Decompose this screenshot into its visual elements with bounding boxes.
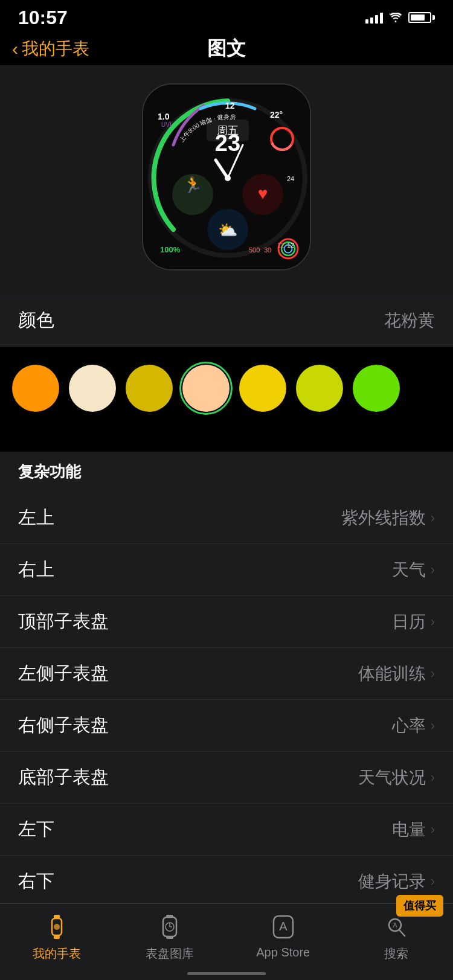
svg-text:12: 12 — [225, 101, 235, 110]
app-store-icon: A — [268, 911, 299, 943]
svg-text:22°: 22° — [270, 110, 283, 120]
list-item-top-left[interactable]: 左上 紫外线指数 › — [0, 492, 453, 544]
my-watch-icon — [41, 911, 72, 943]
svg-rect-33 — [54, 935, 60, 939]
svg-text:1.0: 1.0 — [158, 112, 170, 121]
color-label: 颜色 — [18, 308, 54, 333]
svg-point-31 — [54, 924, 60, 930]
bottom-left-label: 左下 — [18, 817, 54, 842]
tab-my-watch[interactable]: 我的手表 — [0, 911, 114, 962]
complications-header: 复杂功能 — [0, 452, 453, 492]
chevron-icon: › — [431, 822, 435, 837]
svg-rect-35 — [166, 915, 173, 918]
watch-faces-icon — [154, 911, 185, 943]
top-sub-value: 日历 › — [392, 610, 435, 633]
svg-text:30: 30 — [264, 246, 271, 254]
svg-text:⛅: ⛅ — [218, 220, 238, 240]
list-item-top-right[interactable]: 右上 天气 › — [0, 544, 453, 596]
svg-rect-36 — [166, 936, 173, 939]
chevron-icon: › — [431, 718, 435, 734]
watch-face: 周五 23 UVI 1.0 22° 上午8:00 瑜伽 · 健身房 — [142, 83, 311, 271]
bottom-right-label: 右下 — [18, 869, 54, 894]
watch-preview: 周五 23 UVI 1.0 22° 上午8:00 瑜伽 · 健身房 — [0, 65, 453, 295]
status-icons — [365, 11, 435, 24]
swatch-yellow-green[interactable] — [296, 365, 343, 412]
bottom-sub-label: 底部子表盘 — [18, 765, 109, 790]
svg-text:A: A — [279, 920, 288, 933]
chevron-icon: › — [431, 562, 435, 578]
list-item-bottom-left[interactable]: 左下 电量 › — [0, 804, 453, 856]
chevron-icon: › — [431, 770, 435, 786]
back-button[interactable]: ‹ 我的手表 — [12, 37, 89, 60]
chevron-icon: › — [431, 510, 435, 526]
svg-text:A: A — [393, 921, 398, 929]
left-sub-label: 左侧子表盘 — [18, 661, 109, 686]
svg-text:12: 12 — [277, 242, 284, 249]
swatch-bright-yellow[interactable] — [239, 365, 286, 412]
back-label: 我的手表 — [22, 37, 89, 60]
list-item-bottom-sub[interactable]: 底部子表盘 天气状况 › — [0, 752, 453, 804]
wifi-icon — [389, 13, 402, 22]
left-sub-value: 体能训练 › — [358, 662, 435, 685]
svg-rect-32 — [54, 915, 60, 918]
swatch-lime[interactable] — [353, 365, 400, 412]
bottom-right-value: 健身记录 › — [358, 870, 435, 893]
svg-point-19 — [225, 175, 231, 181]
complications-label: 复杂功能 — [18, 463, 81, 481]
swatch-cream[interactable] — [69, 365, 116, 412]
tab-app-store[interactable]: A App Store — [226, 911, 340, 962]
chevron-icon: › — [431, 614, 435, 630]
tab-my-watch-label: 我的手表 — [33, 946, 81, 962]
tab-search[interactable]: A 搜索 — [340, 911, 454, 962]
tab-search-label: 搜索 — [384, 946, 408, 962]
svg-line-43 — [399, 930, 405, 936]
tab-watch-faces-label: 表盘图库 — [146, 946, 194, 962]
top-sub-label: 顶部子表盘 — [18, 609, 109, 634]
swatch-yellow[interactable] — [126, 365, 173, 412]
list-item-right-sub[interactable]: 右侧子表盘 心率 › — [0, 700, 453, 752]
home-indicator — [187, 972, 266, 975]
color-value: 花粉黄 — [384, 309, 435, 332]
svg-text:100%: 100% — [160, 245, 181, 254]
list-item-bottom-right[interactable]: 右下 健身记录 › — [0, 856, 453, 908]
tab-app-store-label: App Store — [256, 946, 310, 959]
right-sub-value: 心率 › — [392, 714, 435, 737]
svg-text:23: 23 — [215, 130, 240, 156]
status-time: 10:57 — [18, 7, 68, 29]
top-left-label: 左上 — [18, 505, 54, 530]
svg-text:12: 12 — [287, 242, 294, 249]
svg-text:🏃: 🏃 — [183, 175, 203, 194]
list-item-left-sub[interactable]: 左侧子表盘 体能训练 › — [0, 648, 453, 700]
swatch-pollen[interactable] — [182, 365, 230, 412]
color-swatches — [0, 347, 453, 430]
signal-icon — [365, 11, 383, 24]
list-item-top-sub[interactable]: 顶部子表盘 日历 › — [0, 596, 453, 648]
right-sub-label: 右侧子表盘 — [18, 713, 109, 738]
svg-text:♥: ♥ — [258, 184, 268, 203]
bottom-sub-value: 天气状况 › — [358, 766, 435, 789]
back-chevron-icon: ‹ — [12, 39, 18, 59]
top-right-label: 右上 — [18, 557, 54, 582]
top-right-value: 天气 › — [392, 559, 435, 581]
status-bar: 10:57 — [0, 0, 453, 33]
nav-bar: ‹ 我的手表 图文 — [0, 33, 453, 65]
swatch-orange[interactable] — [12, 365, 59, 412]
chevron-icon: › — [431, 874, 435, 889]
top-left-value: 紫外线指数 › — [341, 507, 435, 530]
svg-text:500: 500 — [249, 246, 260, 254]
chevron-icon: › — [431, 666, 435, 682]
watermark: 值得买 — [396, 895, 443, 917]
page-title: 图文 — [207, 36, 246, 62]
tab-bar: 我的手表 表盘图库 A App Store — [0, 903, 453, 980]
color-section-row[interactable]: 颜色 花粉黄 — [0, 295, 453, 347]
svg-text:24: 24 — [287, 175, 294, 182]
tab-watch-faces[interactable]: 表盘图库 — [114, 911, 227, 962]
battery-icon — [408, 12, 435, 23]
svg-text:UVI: UVI — [161, 121, 172, 128]
bottom-left-value: 电量 › — [392, 818, 435, 841]
